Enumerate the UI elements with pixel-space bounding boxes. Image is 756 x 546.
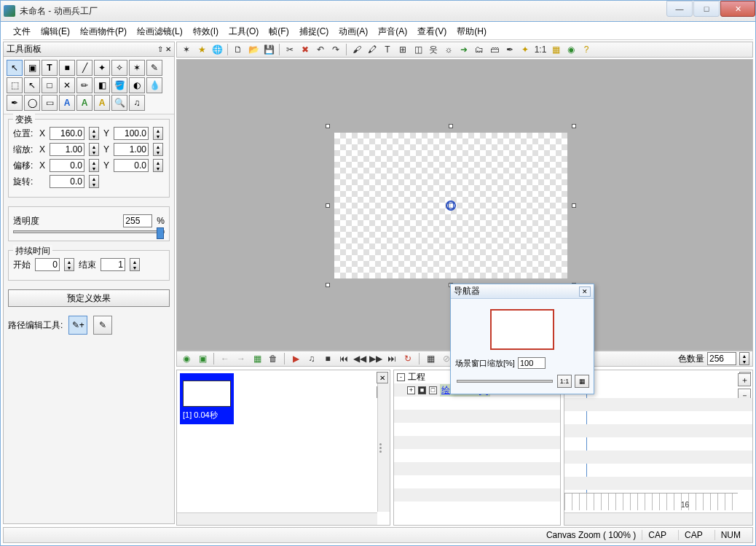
- end-spin[interactable]: ▲▼: [130, 258, 140, 271]
- delete-icon[interactable]: ✖: [299, 43, 312, 56]
- new-icon[interactable]: 🗋: [232, 43, 245, 56]
- path-edit-icon[interactable]: ✎: [93, 316, 112, 335]
- handle-mr[interactable]: [572, 203, 576, 208]
- menu-sound[interactable]: 声音(A): [378, 26, 407, 38]
- brush-icon[interactable]: 🖌: [350, 43, 363, 56]
- colorcount-input[interactable]: [707, 352, 736, 365]
- textfx-a-icon[interactable]: A: [59, 95, 75, 111]
- shape-tool-icon[interactable]: ◯: [24, 95, 40, 111]
- shear-x-spin[interactable]: ▲▼: [89, 159, 99, 172]
- tree-lock-icon[interactable]: □: [429, 386, 437, 394]
- preset-fx-button[interactable]: 预定义效果: [8, 289, 170, 307]
- shear-x-input[interactable]: [50, 159, 84, 172]
- menu-help[interactable]: 帮助(H): [457, 26, 487, 38]
- handle-bl[interactable]: [326, 283, 330, 287]
- navigator-11-button[interactable]: 1:1: [557, 375, 572, 388]
- rot-input[interactable]: [50, 175, 84, 188]
- tree-collapse-icon[interactable]: -: [397, 373, 405, 381]
- frames-hscroll[interactable]: [177, 512, 377, 525]
- scale-x-spin[interactable]: ▲▼: [89, 143, 99, 156]
- colorcount-spin[interactable]: ▲▼: [739, 352, 749, 365]
- pos-x-input[interactable]: [50, 127, 84, 140]
- handle-tr[interactable]: [572, 124, 576, 128]
- navigator-window[interactable]: 导航器 ✕ 场景窗口缩放[%] 1:1 ▦: [450, 284, 594, 394]
- play-icon[interactable]: ▶: [289, 352, 302, 365]
- rectsel-tool-icon[interactable]: □: [42, 77, 58, 93]
- gradient-tool-icon[interactable]: ◐: [129, 77, 145, 93]
- handle-ml[interactable]: [326, 203, 330, 208]
- menu-view[interactable]: 查看(V): [417, 26, 446, 38]
- next-icon[interactable]: ▶▶: [369, 352, 382, 365]
- pen-tool-icon[interactable]: ✎: [146, 60, 162, 76]
- cut-icon[interactable]: ✂: [283, 43, 296, 56]
- move-tool-icon[interactable]: ⬚: [7, 77, 23, 93]
- shear-y-spin[interactable]: ▲▼: [153, 159, 163, 172]
- bug-icon[interactable]: ☼: [442, 43, 455, 56]
- ratio-button[interactable]: 1:1: [534, 43, 547, 56]
- dupframe-icon[interactable]: ▣: [196, 352, 209, 365]
- brush2-icon[interactable]: 🖍: [366, 43, 379, 56]
- timeline-ruler[interactable]: 16: [564, 493, 738, 510]
- play2-icon[interactable]: ◉: [564, 43, 578, 56]
- blur-tool-icon[interactable]: 💧: [146, 77, 162, 93]
- scale-y-spin[interactable]: ▲▼: [153, 143, 163, 156]
- shear-y-input[interactable]: [114, 159, 149, 172]
- brush-tool-icon[interactable]: ╱: [76, 60, 92, 76]
- path-add-icon[interactable]: ✎+: [68, 316, 87, 335]
- menu-filter[interactable]: 绘画滤镜(L): [137, 26, 183, 38]
- zoom-tool-icon[interactable]: 🔍: [111, 95, 127, 111]
- select-tool-icon[interactable]: ↖: [24, 77, 40, 93]
- shape2-icon[interactable]: ◫: [412, 43, 425, 56]
- menu-file[interactable]: 文件: [13, 26, 31, 38]
- undo-icon[interactable]: ↶: [314, 43, 327, 56]
- start-spin[interactable]: ▲▼: [64, 258, 74, 271]
- scale-x-input[interactable]: [50, 143, 84, 156]
- scale-y-input[interactable]: [114, 143, 149, 156]
- menu-anim[interactable]: 动画(A): [339, 26, 368, 38]
- rect-tool-icon[interactable]: ■: [59, 60, 75, 76]
- globe-icon[interactable]: 🌐: [210, 43, 224, 56]
- navigator-preview[interactable]: [490, 309, 554, 350]
- rot-spin[interactable]: ▲▼: [89, 175, 99, 188]
- addframe-icon[interactable]: ◉: [180, 352, 193, 365]
- menu-tools[interactable]: 工具(O): [229, 26, 259, 38]
- wand-tool-icon[interactable]: ✧: [111, 60, 127, 76]
- pencil-tool-icon[interactable]: ✏: [76, 77, 92, 93]
- maximize-button[interactable]: □: [693, 1, 720, 17]
- loop-icon[interactable]: ↻: [401, 352, 414, 365]
- arrow-tool-icon[interactable]: ↖: [7, 60, 23, 76]
- moveright-icon[interactable]: →: [235, 352, 248, 365]
- stop-icon[interactable]: ■: [321, 352, 334, 365]
- layer-icon[interactable]: 🗂: [473, 43, 486, 56]
- pos-x-spin[interactable]: ▲▼: [89, 127, 99, 140]
- fit-icon[interactable]: ▦: [549, 43, 562, 56]
- handle-tc[interactable]: [449, 124, 453, 128]
- bucket-tool-icon[interactable]: 🪣: [111, 77, 127, 93]
- wand2-tool-icon[interactable]: ✶: [129, 60, 145, 76]
- eyedrop-tool-icon[interactable]: ✒: [7, 95, 23, 111]
- textfx-c-icon[interactable]: A: [94, 95, 110, 111]
- opacity-input[interactable]: [123, 214, 152, 227]
- arrow-icon[interactable]: ➜: [457, 43, 470, 56]
- navigator-fit-icon[interactable]: ▦: [575, 375, 589, 388]
- menu-capture[interactable]: 捕捉(C): [299, 26, 329, 38]
- navigator-zoom-input[interactable]: [518, 357, 546, 369]
- end-input[interactable]: [101, 258, 125, 271]
- navigator-slider[interactable]: [457, 380, 553, 383]
- last-icon[interactable]: ⏭: [385, 352, 398, 365]
- save-icon[interactable]: 💾: [262, 43, 275, 56]
- sound-icon[interactable]: ♫: [305, 352, 318, 365]
- text-tool-icon[interactable]: T: [42, 60, 58, 76]
- image-tool-icon[interactable]: ▣: [24, 60, 40, 76]
- open-icon[interactable]: 📂: [247, 43, 260, 56]
- pos-y-input[interactable]: [114, 127, 149, 140]
- panel-pin-icon[interactable]: ⇧ ✕: [157, 45, 171, 53]
- wand-icon[interactable]: ✶: [180, 43, 193, 56]
- frame-thumb[interactable]: [1] 0.04秒: [180, 373, 234, 424]
- rect2-tool-icon[interactable]: ▭: [42, 95, 58, 111]
- star-icon[interactable]: ★: [195, 43, 208, 56]
- grid-icon[interactable]: ⊞: [396, 43, 409, 56]
- text-icon[interactable]: T: [381, 43, 394, 56]
- redo-icon[interactable]: ↷: [329, 43, 342, 56]
- frames-vscroll[interactable]: [377, 383, 390, 512]
